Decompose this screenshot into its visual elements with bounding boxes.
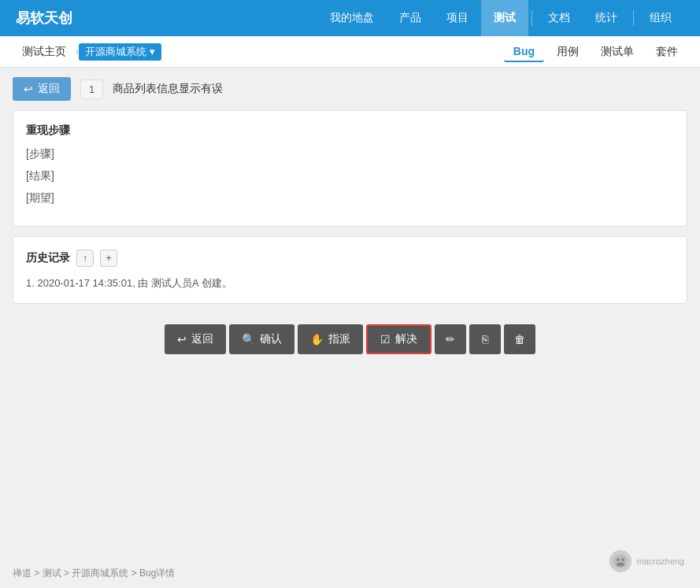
- history-header: 历史记录 ↑ +: [26, 250, 674, 267]
- action-confirm-icon: 🔍: [242, 333, 255, 346]
- sub-nav-home[interactable]: 测试主页: [13, 36, 76, 68]
- brand-logo: 易软天创: [16, 9, 72, 28]
- action-resolve-label: 解决: [395, 332, 417, 346]
- svg-point-2: [621, 558, 624, 561]
- nav-divider-2: [633, 10, 634, 26]
- breadcrumb-item-1: 测试: [43, 568, 61, 579]
- sub-nav-left: 测试主页 › 开源商城系统 ▾: [13, 36, 161, 68]
- top-navigation: 易软天创 我的地盘 产品 项目 测试 文档 统计 组织: [0, 0, 700, 36]
- edit-icon: ✏: [446, 333, 455, 346]
- breadcrumb-item-2: 开源商城系统: [72, 568, 128, 579]
- action-assign-button[interactable]: ✋ 指派: [298, 324, 363, 354]
- step-field: [步骤]: [26, 147, 674, 161]
- watermark-icon: [609, 550, 631, 572]
- breadcrumb-item-3: Bug详情: [139, 568, 175, 579]
- result-field: [结果]: [26, 169, 674, 183]
- svg-point-1: [617, 558, 620, 561]
- tab-testplan[interactable]: 测试单: [591, 42, 643, 62]
- nav-item-project[interactable]: 项目: [434, 0, 481, 36]
- history-entry: 1. 2020-01-17 14:35:01, 由 测试人员A 创建。: [26, 276, 674, 290]
- return-button[interactable]: ↩ 返回: [13, 77, 71, 101]
- action-confirm-label: 确认: [260, 332, 282, 346]
- toolbar-row: ↩ 返回 1 商品列表信息显示有误: [13, 77, 687, 101]
- nav-divider-1: [531, 10, 532, 26]
- nav-item-product[interactable]: 产品: [387, 0, 434, 36]
- breadcrumb-sep-2: >: [131, 568, 139, 579]
- action-assign-label: 指派: [328, 332, 350, 346]
- copy-icon: ⎘: [482, 333, 488, 346]
- nav-item-home[interactable]: 我的地盘: [317, 0, 387, 36]
- watermark: macrozheng: [609, 550, 684, 572]
- return-icon: ↩: [24, 83, 33, 95]
- nav-item-org[interactable]: 组织: [637, 0, 684, 36]
- return-label: 返回: [38, 82, 60, 96]
- bug-id: 1: [80, 80, 103, 99]
- history-title: 历史记录: [26, 251, 70, 265]
- tab-case[interactable]: 用例: [547, 42, 588, 62]
- reproduce-title: 重现步骤: [26, 124, 674, 138]
- action-resolve-button[interactable]: ☑ 解决: [366, 324, 431, 354]
- history-card: 历史记录 ↑ + 1. 2020-01-17 14:35:01, 由 测试人员A…: [13, 236, 687, 304]
- breadcrumb-item-0: 禅道: [13, 568, 31, 579]
- breadcrumb-sep-0: >: [34, 568, 42, 579]
- history-add-btn[interactable]: +: [100, 250, 117, 267]
- action-delete-button[interactable]: 🗑: [504, 324, 535, 354]
- nav-item-stats[interactable]: 统计: [583, 0, 630, 36]
- project-tag-label: 开源商城系统: [85, 45, 146, 59]
- action-return-button[interactable]: ↩ 返回: [165, 324, 226, 354]
- breadcrumb: 禅道 > 测试 > 开源商城系统 > Bug详情: [13, 567, 175, 580]
- tab-suite[interactable]: 套件: [646, 42, 687, 62]
- nav-item-docs[interactable]: 文档: [535, 0, 583, 36]
- nav-item-test[interactable]: 测试: [481, 0, 528, 36]
- action-resolve-icon: ☑: [380, 333, 391, 346]
- action-return-label: 返回: [191, 332, 213, 346]
- nav-items: 我的地盘 产品 项目 测试 文档 统计 组织: [317, 0, 684, 36]
- action-return-icon: ↩: [177, 333, 187, 346]
- svg-point-3: [617, 563, 624, 567]
- reproduce-card: 重现步骤 [步骤] [结果] [期望]: [13, 110, 687, 227]
- action-confirm-button[interactable]: 🔍 确认: [229, 324, 294, 354]
- action-assign-icon: ✋: [310, 333, 324, 346]
- tab-bug[interactable]: Bug: [504, 42, 544, 62]
- trash-icon: 🗑: [514, 333, 525, 346]
- main-content: ↩ 返回 1 商品列表信息显示有误 重现步骤 [步骤] [结果] [期望] 历史…: [0, 68, 700, 372]
- project-tag-arrow: ▾: [150, 46, 155, 57]
- history-collapse-btn[interactable]: ↑: [76, 250, 94, 267]
- action-bar: ↩ 返回 🔍 确认 ✋ 指派 ☑ 解决 ✏ ⎘ 🗑: [13, 316, 687, 362]
- sub-navigation: 测试主页 › 开源商城系统 ▾ Bug 用例 测试单 套件: [0, 36, 700, 68]
- action-copy-button[interactable]: ⎘: [469, 324, 501, 354]
- action-edit-button[interactable]: ✏: [435, 324, 466, 354]
- expect-field: [期望]: [26, 191, 674, 205]
- bug-title: 商品列表信息显示有误: [113, 82, 223, 96]
- breadcrumb-sep-1: >: [64, 568, 72, 579]
- watermark-text: macrozheng: [636, 557, 684, 566]
- sub-nav-tabs: Bug 用例 测试单 套件: [504, 42, 687, 62]
- sub-nav-project-tag[interactable]: 开源商城系统 ▾: [79, 43, 161, 61]
